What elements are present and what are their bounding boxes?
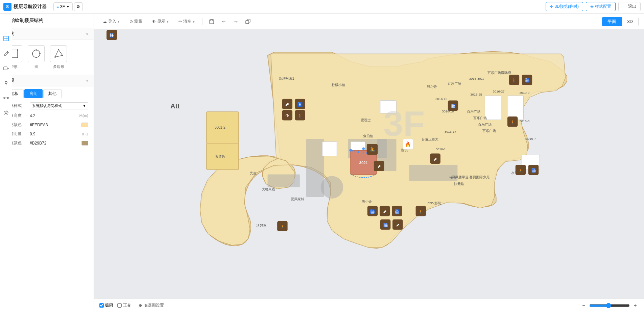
undo-button[interactable]: ↩ (219, 17, 229, 26)
opacity-row: 不透明度 0.9 0~1 (5, 131, 88, 137)
tab-3d-view[interactable]: 3D (622, 17, 638, 26)
poi-escalator-6[interactable]: ⬈ (392, 219, 403, 230)
poi-person-3[interactable]: 🚶 (509, 75, 519, 85)
strip-draw-icon[interactable] (1, 34, 11, 43)
room-label-3016-15: 3016-15 (435, 97, 447, 101)
shapes-section-header[interactable]: 形状 ∨ (0, 28, 94, 40)
poi-escalator-1[interactable]: ⬈ (282, 99, 292, 109)
strip-entrance-icon[interactable] (1, 63, 11, 73)
strip-route-icon[interactable] (1, 93, 11, 103)
room-label-kuaiyuan: 快元路 (454, 182, 464, 186)
top-right-buttons: ✈ 3D预览(临时) ❋ 样式配置 ← 退出 (546, 2, 641, 11)
tab-flat-view[interactable]: 平面 (602, 17, 622, 26)
shape-polygon[interactable]: 多边形 (50, 45, 67, 69)
poi-person-9[interactable]: 🚶 (277, 221, 287, 231)
copy-button[interactable] (243, 17, 253, 26)
display-button[interactable]: 👁 显示 ∨ (148, 17, 172, 26)
preset-style-select[interactable]: 系统默认房间样式 ▼ (30, 102, 88, 109)
poi-person-8[interactable]: 🚻 (106, 30, 117, 40)
poi-person-4[interactable]: 🚶 (507, 116, 518, 127)
exit-arrow-icon: ← (623, 4, 627, 9)
btn-3d-preview[interactable]: ✈ 3D预览(临时) (546, 2, 583, 11)
svg-rect-32 (268, 174, 300, 187)
app-title-text: 楼层导航设计器 (14, 4, 47, 10)
orthogonal-checkbox-input[interactable] (117, 303, 122, 308)
poi-elevator-1[interactable]: 🛗 (522, 75, 532, 85)
svg-point-9 (32, 53, 33, 54)
options-content: 地板 房间 其他 预设样式 系统默认房间样式 ▼ 对象高度 4.2 米(m) 填… (0, 86, 94, 152)
import-button[interactable]: ☁ 导入 ∨ (99, 17, 123, 26)
room-label-beizipang: 贝之旁 (427, 85, 437, 88)
border-color-row: 边框颜色 #B29B72 (5, 140, 88, 146)
fill-color-swatch[interactable] (81, 123, 88, 127)
strip-edit-icon[interactable] (1, 49, 11, 58)
room-label-xianfeng: 鲜凤越举道 (452, 175, 469, 179)
floor-select-dropdown[interactable]: ≡ 3F ▼ (53, 2, 73, 11)
clear-button[interactable]: ✏ 清空 ∨ (175, 17, 198, 26)
poi-person-1[interactable]: 🚹 (295, 99, 305, 109)
bottom-bar: 吸附 正交 ⚙ 临摹图设置 − + (94, 298, 644, 312)
svg-text:⟰: ⟰ (285, 113, 289, 118)
room-label-huomayo: 活妈鱼 (256, 224, 266, 227)
toolbar-divider-1 (202, 18, 203, 25)
btn-style-config[interactable]: ❋ 样式配置 (586, 2, 616, 11)
svg-text:🛗: 🛗 (525, 78, 530, 83)
options-section-header[interactable]: 选项 ∨ (0, 75, 94, 86)
poi-elevator-7[interactable]: 🛗 (380, 219, 390, 230)
room-label-yubob: 鱼伯伯 (363, 134, 373, 138)
poi-person-2[interactable]: 🚶 (295, 110, 305, 120)
poi-fire-icon[interactable]: 🔥 (403, 139, 413, 149)
svg-text:🚶: 🚶 (280, 224, 285, 229)
room-label-3001-2: 3001-2 (214, 126, 225, 129)
floor-label: 3F (60, 4, 65, 9)
view-tabs: 平面 3D (602, 17, 639, 26)
btn-exit[interactable]: ← 退出 (618, 2, 641, 11)
display-chevron-icon: ∨ (167, 20, 169, 23)
redo-button[interactable]: ↪ (231, 17, 241, 26)
svg-marker-10 (55, 50, 63, 57)
poi-elevator-4[interactable]: 🛗 (528, 165, 539, 175)
poi-elevator-6[interactable]: 🛗 (392, 206, 402, 216)
options-chevron-icon: ∨ (86, 79, 88, 82)
border-color-swatch[interactable] (81, 141, 88, 146)
poi-person-cart[interactable]: 🚴 (367, 144, 378, 155)
zoom-out-button[interactable]: − (580, 302, 587, 309)
room-label-xiong: 熊小会 (362, 200, 372, 203)
map-area[interactable]: 3F 3001-2 古道边 新增对象1 柠檬小镇 蜜说士 鱼伯伯 3021 贝之… (94, 30, 644, 298)
shape-circle[interactable]: 圆 (28, 45, 45, 69)
poi-elevator-5[interactable]: 🛗 (367, 206, 378, 216)
adsorb-checkbox[interactable]: 吸附 (99, 303, 113, 308)
poi-elevator-2[interactable]: 🛗 (448, 100, 458, 110)
poi-escalator-4[interactable]: ⬈ (430, 154, 440, 164)
save-button[interactable] (207, 17, 216, 26)
svg-point-18 (5, 81, 7, 83)
svg-point-43 (349, 149, 352, 152)
poi-escalator-5[interactable]: ⬈ (380, 206, 390, 216)
floor-settings-button[interactable]: ⚙ (74, 2, 83, 11)
strip-poi-icon[interactable] (1, 78, 11, 88)
svg-rect-17 (4, 67, 7, 70)
capture-settings-button[interactable]: ⚙ 临摹图设置 (135, 301, 167, 310)
adsorb-checkbox-input[interactable] (99, 303, 104, 308)
tab-room[interactable]: 房间 (24, 89, 43, 98)
poi-escalator-2[interactable]: ⟰ (282, 110, 292, 120)
tab-other[interactable]: 其他 (43, 89, 62, 98)
zoom-in-button[interactable]: + (632, 302, 639, 309)
room-label-3016-17: 3016-17 (445, 130, 456, 133)
measure-button[interactable]: ⊙ 测量 (126, 17, 146, 26)
room-label-3016-27: 3016-27 (493, 89, 505, 93)
svg-text:🚶: 🚶 (510, 120, 516, 125)
icon-strip (0, 14, 12, 312)
main-toolbar: ☁ 导入 ∨ ⊙ 测量 👁 显示 ∨ ✏ 清空 ∨ ↩ ↪ 平面 3 (94, 14, 644, 30)
svg-text:🚶: 🚶 (518, 168, 523, 173)
strip-settings-icon[interactable] (1, 108, 11, 118)
poi-escalator-3[interactable]: ⬈ (374, 161, 384, 171)
svg-text:🚶: 🚶 (511, 78, 517, 83)
zoom-slider[interactable] (589, 303, 630, 308)
style-icon: ❋ (590, 4, 594, 9)
poi-person-6[interactable]: 🚶 (516, 165, 526, 175)
room-label-dacai: 大餐米线 (262, 187, 275, 191)
room-label-3016-3017: 3016-3017 (469, 77, 485, 80)
orthogonal-checkbox[interactable]: 正交 (117, 303, 131, 308)
poi-person-7[interactable]: 🚶 (416, 206, 426, 216)
